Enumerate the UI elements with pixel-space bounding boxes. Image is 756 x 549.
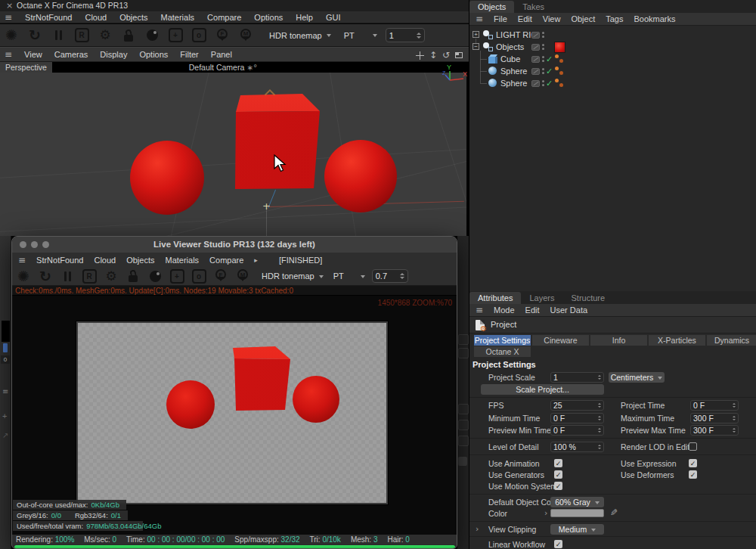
pan-view-icon[interactable] [416, 51, 424, 60]
pick-region-icon[interactable]: o [192, 28, 206, 42]
stepper-arrows-icon[interactable] [598, 374, 601, 381]
preview-max-time-input[interactable]: 300 F [690, 425, 739, 436]
am-hamburger-icon[interactable]: ≡ [476, 306, 483, 315]
color-swatch[interactable] [550, 509, 604, 517]
layer-toggle-icon[interactable] [531, 80, 540, 87]
visibility-dots-icon[interactable] [542, 68, 544, 74]
scale-project-button[interactable]: Scale Project... [481, 384, 604, 395]
section-tab-cineware[interactable]: Cineware [532, 335, 589, 346]
samples-stepper[interactable]: 1 [386, 28, 425, 42]
visibility-dots-icon[interactable] [542, 44, 544, 50]
om-menu-tags[interactable]: Tags [606, 14, 623, 23]
visibility-dots-icon[interactable] [542, 56, 544, 62]
sphere-object-left[interactable] [130, 141, 204, 215]
lock-icon[interactable] [124, 35, 133, 42]
minimum-time-input[interactable]: 0 F [550, 413, 604, 423]
tag-dots-icon[interactable] [555, 54, 563, 63]
sphere-object-right[interactable] [324, 140, 397, 212]
layer-toggle-icon[interactable] [531, 32, 540, 39]
zoom-view-icon[interactable]: ↕ [429, 51, 437, 60]
tab-attributes[interactable]: Attributes [469, 292, 521, 304]
tag-dots-icon[interactable] [555, 79, 563, 87]
expand-chevron-icon[interactable]: › [476, 525, 479, 533]
close-icon[interactable]: × [6, 1, 13, 11]
viewport-3d[interactable]: + [0, 73, 466, 236]
stepper-arrows-icon[interactable] [598, 402, 601, 409]
dock-expand-icon[interactable]: ↗ [2, 431, 8, 439]
cube-object-top[interactable] [0, 73, 466, 236]
region-render-icon[interactable]: R [82, 269, 97, 284]
collapse-toggle-icon[interactable]: − [472, 43, 479, 50]
menu-hamburger-icon[interactable]: ≡ [5, 13, 12, 22]
menu-cloud[interactable]: Cloud [85, 13, 107, 22]
stepper-arrows-icon[interactable] [733, 426, 736, 434]
stepper-arrows-icon[interactable] [598, 443, 601, 451]
lv-menu-compare[interactable]: Compare [209, 256, 243, 265]
layer-toggle-icon[interactable] [531, 56, 540, 63]
toggle-panel-icon[interactable] [455, 52, 463, 58]
stepper-arrows-icon[interactable] [733, 414, 736, 422]
menu-gui[interactable]: GUI [326, 13, 341, 22]
focus-pin-icon[interactable]: F [215, 269, 226, 280]
lv-menu-cloud[interactable]: Cloud [94, 256, 116, 265]
add-region-icon[interactable]: + [169, 28, 183, 42]
render-ball-icon[interactable] [150, 271, 161, 282]
refresh-icon[interactable]: ↻ [39, 269, 51, 284]
focus-pin-icon[interactable]: F [217, 29, 228, 39]
window-traffic-lights[interactable] [20, 241, 49, 248]
project-time-input[interactable]: 0 F [690, 400, 739, 411]
object-label[interactable]: Sphere [500, 67, 527, 76]
expand-chevron-icon[interactable]: › [544, 509, 547, 517]
menu-materials[interactable]: Materials [160, 13, 194, 22]
section-tab-info[interactable]: Info [590, 335, 647, 346]
object-label[interactable]: Objects [496, 42, 524, 51]
maximum-time-input[interactable]: 300 F [690, 413, 739, 423]
vp-menu-options[interactable]: Options [139, 50, 168, 59]
view-clipping-dropdown[interactable]: Medium [550, 524, 604, 535]
om-menu-view[interactable]: View [543, 14, 561, 23]
refresh-icon[interactable]: ↻ [29, 28, 41, 42]
tree-row-cube[interactable]: Cube ✓ [469, 53, 756, 65]
enabled-check-icon[interactable]: ✓ [546, 67, 553, 76]
tag-dots-icon[interactable] [555, 67, 563, 75]
section-tab-octane-x[interactable]: Octane X [474, 346, 531, 357]
fps-input[interactable]: 25 [550, 400, 604, 411]
settings-gear-icon[interactable]: ⚙ [105, 270, 116, 283]
vp-menu-panel[interactable]: Panel [211, 50, 232, 59]
menu-strnotfound[interactable]: StrNotFound [25, 13, 72, 22]
pause-icon[interactable] [60, 268, 75, 284]
layer-toggle-icon[interactable] [531, 44, 540, 51]
material-pin-icon[interactable]: M [240, 29, 251, 39]
pick-region-icon[interactable]: o [192, 269, 206, 284]
live-viewer-titlebar[interactable]: Live Viewer Studio PR13 (132 days left) [12, 237, 457, 253]
stepper-arrows-icon[interactable] [400, 271, 404, 281]
section-tab-project-settings[interactable]: Project Settings [474, 335, 531, 346]
om-menu-object[interactable]: Object [571, 14, 595, 23]
stepper-arrows-icon[interactable] [598, 414, 601, 422]
default-object-color-dropdown[interactable]: 60% Gray [550, 497, 604, 507]
pause-icon[interactable] [51, 27, 66, 44]
slider-knob[interactable] [3, 343, 8, 352]
red-material-tag-icon[interactable] [554, 42, 565, 53]
lv-menu-strnotfound[interactable]: StrNotFound [36, 256, 83, 265]
octane-aperture-icon[interactable]: ✺ [5, 28, 17, 42]
vp-menu-filter[interactable]: Filter [180, 50, 198, 59]
section-tab-dynamics[interactable]: Dynamics [707, 335, 756, 346]
cube-object-front[interactable] [0, 73, 466, 236]
scale-unit-dropdown[interactable]: Centimeters [609, 372, 665, 383]
om-hamburger-icon[interactable]: ≡ [476, 14, 483, 23]
rotate-view-icon[interactable]: ↺ [442, 51, 450, 60]
menu-compare[interactable]: Compare [207, 13, 241, 22]
om-menu-file[interactable]: File [494, 14, 507, 23]
section-tab-x-particles[interactable]: X-Particles [649, 335, 705, 346]
add-region-icon[interactable]: + [170, 269, 184, 284]
dock-hamburger-icon[interactable]: ≡ [2, 387, 8, 395]
preview-min-time-input[interactable]: 0 F [550, 425, 604, 436]
lock-icon[interactable] [129, 275, 138, 282]
enabled-check-icon[interactable]: ✓ [546, 79, 553, 88]
octane-aperture-icon[interactable]: ✺ [17, 269, 29, 284]
eyedropper-icon[interactable]: ✎ [610, 507, 618, 518]
tab-objects[interactable]: Objects [469, 1, 514, 13]
lv-hamburger-icon[interactable]: ≡ [18, 256, 26, 265]
live-viewer-window[interactable]: Live Viewer Studio PR13 (132 days left) … [11, 236, 457, 549]
